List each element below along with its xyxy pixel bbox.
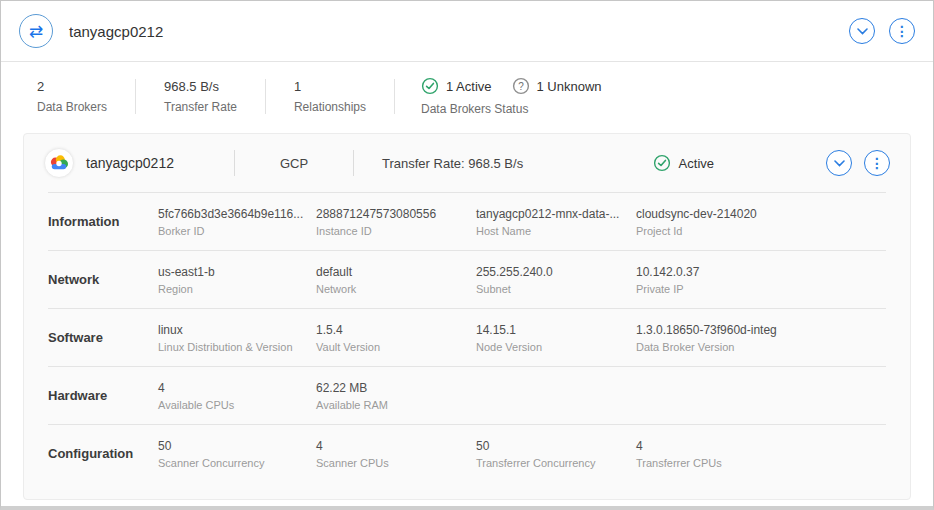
broker-card-actions: ⋮ (826, 150, 890, 176)
field: 288871247573080556 Instance ID (316, 207, 476, 237)
collapse-group-button[interactable] (849, 18, 875, 44)
stat-value: 2 (37, 79, 107, 94)
field-label: Instance ID (316, 225, 476, 237)
status-active-label: 1 Active (446, 79, 492, 94)
status-caption: Data Brokers Status (421, 102, 602, 116)
broker-name: tanyagcp0212 (86, 155, 234, 171)
table-row-network: Network us-east1-b Region default Networ… (48, 250, 886, 308)
field: 255.255.240.0 Subnet (476, 265, 636, 295)
field: 4 Available CPUs (158, 381, 316, 411)
group-menu-button[interactable]: ⋮ (889, 18, 915, 44)
stat-value: 968.5 B/s (164, 79, 237, 94)
kebab-icon: ⋮ (870, 156, 884, 170)
table-row-software: Software linux Linux Distribution & Vers… (48, 308, 886, 366)
kebab-icon: ⋮ (895, 24, 909, 38)
field: 50 Transferrer Concurrency (476, 439, 636, 469)
field: linux Linux Distribution & Version (158, 323, 316, 353)
field: default Network (316, 265, 476, 295)
field-value: 1.3.0.18650-73f960d-integ (636, 323, 886, 337)
page-header: ⇄ tanyagcp0212 ⋮ (1, 1, 933, 62)
field-label: Network (316, 283, 476, 295)
field-label: Scanner Concurrency (158, 457, 316, 469)
broker-detail-table: Information 5fc766b3d3e3664b9e116... Bor… (24, 192, 910, 499)
broker-status-label: Active (679, 156, 714, 171)
broker-card-header: tanyagcp0212 GCP Transfer Rate: 968.5 B/… (24, 134, 910, 192)
table-row-information: Information 5fc766b3d3e3664b9e116... Bor… (48, 192, 886, 250)
field-label: Node Version (476, 341, 636, 353)
field: 1.5.4 Vault Version (316, 323, 476, 353)
field: 10.142.0.37 Private IP (636, 265, 886, 295)
stat-label: Relationships (294, 100, 366, 114)
field-label: Available RAM (316, 399, 476, 411)
svg-text:?: ? (518, 81, 524, 92)
field-value: 288871247573080556 (316, 207, 476, 221)
field-value: 4 (316, 439, 476, 453)
field-value: 10.142.0.37 (636, 265, 886, 279)
field-label: Borker ID (158, 225, 316, 237)
stat-relationships: 1 Relationships (266, 79, 395, 114)
field-value: 4 (636, 439, 886, 453)
field-value: 62.22 MB (316, 381, 476, 395)
field-label: Subnet (476, 283, 636, 295)
page-title: tanyagcp0212 (69, 23, 163, 40)
stat-transfer-rate: 968.5 B/s Transfer Rate (136, 79, 266, 114)
field-label: Data Broker Version (636, 341, 886, 353)
field-label: Region (158, 283, 316, 295)
status-active: 1 Active (421, 77, 492, 95)
row-label: Configuration (48, 446, 158, 461)
field-label: Transferrer Concurrency (476, 457, 636, 469)
collapse-broker-button[interactable] (826, 150, 852, 176)
gcp-logo-icon (48, 154, 70, 172)
sync-icon-button[interactable]: ⇄ (19, 14, 53, 48)
row-label: Hardware (48, 388, 158, 403)
status-line: 1 Active ? 1 Unknown (421, 77, 602, 95)
status-unknown: ? 1 Unknown (512, 77, 602, 95)
stat-label: Data Brokers (37, 100, 107, 114)
field-value: 255.255.240.0 (476, 265, 636, 279)
broker-transfer-rate: Transfer Rate: 968.5 B/s (382, 156, 523, 171)
field: 4 Scanner CPUs (316, 439, 476, 469)
chevron-down-icon (834, 160, 845, 167)
table-row-hardware: Hardware 4 Available CPUs 62.22 MB Avail… (48, 366, 886, 424)
field: 62.22 MB Available RAM (316, 381, 476, 411)
field: us-east1-b Region (158, 265, 316, 295)
field: 1.3.0.18650-73f960d-integ Data Broker Ve… (636, 323, 886, 353)
stat-value: 1 (294, 79, 366, 94)
field-label: Scanner CPUs (316, 457, 476, 469)
question-circle-icon: ? (512, 77, 530, 95)
field-label: Project Id (636, 225, 886, 237)
field: 5fc766b3d3e3664b9e116... Borker ID (158, 207, 316, 237)
sync-icon: ⇄ (29, 21, 43, 42)
field-value: 50 (476, 439, 636, 453)
field-value: us-east1-b (158, 265, 316, 279)
check-circle-icon (421, 77, 439, 95)
table-row-configuration: Configuration 50 Scanner Concurrency 4 S… (48, 424, 886, 482)
check-circle-icon (653, 154, 671, 172)
field: cloudsync-dev-214020 Project Id (636, 207, 886, 237)
row-label: Software (48, 330, 158, 345)
chevron-down-icon (857, 28, 868, 35)
field: tanyagcp0212-mnx-data-... Host Name (476, 207, 636, 237)
field-value: 14.15.1 (476, 323, 636, 337)
field-value: cloudsync-dev-214020 (636, 207, 886, 221)
field-value: linux (158, 323, 316, 337)
field: 50 Scanner Concurrency (158, 439, 316, 469)
field-label: Private IP (636, 283, 886, 295)
field-label: Transferrer CPUs (636, 457, 886, 469)
status-unknown-label: 1 Unknown (537, 79, 602, 94)
field-value: 4 (158, 381, 316, 395)
broker-card: tanyagcp0212 GCP Transfer Rate: 968.5 B/… (23, 133, 911, 500)
broker-menu-button[interactable]: ⋮ (864, 150, 890, 176)
field-label: Linux Distribution & Version (158, 341, 316, 353)
field-value: 1.5.4 (316, 323, 476, 337)
field: 14.15.1 Node Version (476, 323, 636, 353)
broker-status-summary: 1 Active ? 1 Unknown Data Brokers Status (395, 77, 628, 116)
broker-status: Active (653, 154, 714, 172)
data-broker-group-page: ⇄ tanyagcp0212 ⋮ 2 Data Brokers 968.5 B/… (0, 0, 934, 510)
stat-data-brokers: 2 Data Brokers (21, 79, 136, 114)
divider (353, 150, 354, 176)
field-label: Host Name (476, 225, 636, 237)
broker-provider: GCP (235, 156, 353, 171)
field-value: tanyagcp0212-mnx-data-... (476, 207, 636, 221)
field-label: Available CPUs (158, 399, 316, 411)
